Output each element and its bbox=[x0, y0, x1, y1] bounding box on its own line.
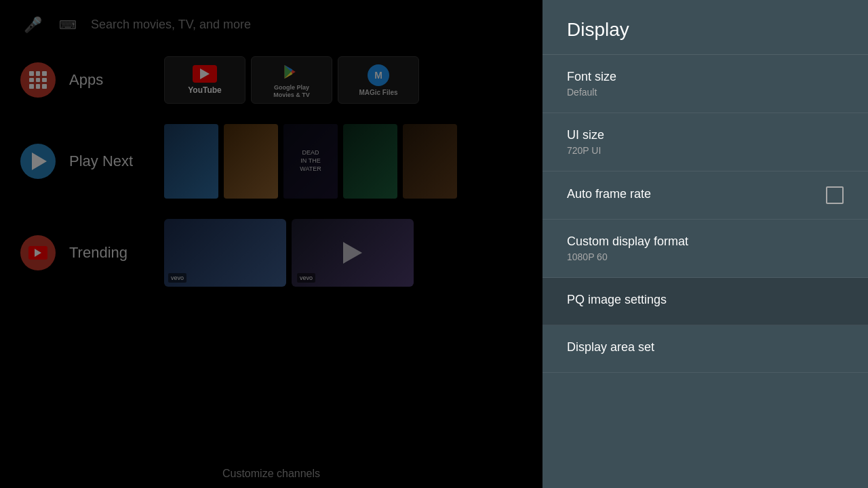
customize-label: Customize channels bbox=[222, 468, 320, 479]
trending-play-overlay bbox=[292, 219, 414, 287]
playnext-label: Play Next bbox=[69, 152, 151, 170]
googleplay-label: Google PlayMovies & TV bbox=[273, 84, 310, 99]
movie-poster-2 bbox=[224, 124, 278, 199]
movie-poster-1 bbox=[164, 124, 218, 199]
playnext-thumbnails: DEADIN THEWATER bbox=[164, 124, 522, 199]
trending-icon bbox=[20, 235, 56, 270]
ui-size-item[interactable]: UI size 720P UI bbox=[542, 113, 868, 171]
mic-icon[interactable]: 🎤 bbox=[20, 13, 45, 37]
magicfiles-app[interactable]: M MAGic Files bbox=[338, 56, 419, 104]
apps-thumbnails: YouTube Google PlayMovies & TV M MAGic F… bbox=[164, 56, 522, 104]
trending-bg-1: vevo bbox=[164, 219, 286, 287]
play-triangle-icon bbox=[32, 152, 47, 170]
grid-icon bbox=[29, 71, 47, 89]
yt-trending-icon bbox=[28, 246, 47, 260]
auto-frame-rate-item[interactable]: Auto frame rate bbox=[542, 171, 868, 220]
playnext-icon bbox=[20, 144, 56, 179]
auto-frame-rate-label: Auto frame rate bbox=[567, 187, 651, 201]
auto-frame-rate-checkbox[interactable] bbox=[826, 186, 844, 204]
movie-thumb-1[interactable] bbox=[164, 124, 218, 199]
display-area-set-item[interactable]: Display area set bbox=[542, 325, 868, 373]
trending-thumbnails: vevo vevo bbox=[164, 219, 522, 287]
googleplay-icon bbox=[281, 61, 302, 83]
youtube-play-triangle bbox=[200, 68, 210, 79]
pq-image-settings-item[interactable]: PQ image settings bbox=[542, 278, 868, 325]
custom-display-format-label: Custom display format bbox=[567, 235, 688, 249]
trending-label: Trending bbox=[69, 244, 151, 262]
vevo-badge-1: vevo bbox=[168, 273, 186, 283]
playnext-section: Play Next DEADIN THEWATER bbox=[0, 117, 542, 205]
search-bar: 🎤 ⌨ Search movies, TV, and more bbox=[0, 0, 542, 49]
ui-size-text: UI size 720P UI bbox=[567, 128, 604, 156]
trending-section: Trending vevo vevo bbox=[0, 212, 542, 293]
apps-section: Apps YouTube Google Pla bbox=[0, 49, 542, 110]
movie-poster-3: DEADIN THEWATER bbox=[283, 124, 338, 199]
keyboard-icon[interactable]: ⌨ bbox=[56, 13, 80, 37]
movie-thumb-2[interactable] bbox=[224, 124, 278, 199]
yt-trending-play bbox=[35, 249, 41, 257]
custom-display-format-item[interactable]: Custom display format 1080P 60 bbox=[542, 220, 868, 278]
googleplay-app[interactable]: Google PlayMovies & TV bbox=[251, 56, 332, 104]
panel-title: Display bbox=[567, 19, 844, 41]
apps-icon bbox=[20, 62, 56, 98]
movie-poster-4 bbox=[343, 124, 397, 199]
youtube-icon bbox=[193, 65, 217, 83]
magicfiles-icon: M bbox=[368, 64, 389, 86]
font-size-label: Font size bbox=[567, 70, 616, 84]
pq-image-settings-text: PQ image settings bbox=[567, 293, 667, 310]
customize-bar[interactable]: Customize channels bbox=[0, 460, 542, 488]
youtube-label: YouTube bbox=[188, 85, 222, 95]
movie-thumb-5[interactable] bbox=[403, 124, 457, 199]
magicfiles-label: MAGic Files bbox=[359, 89, 397, 96]
custom-display-format-text: Custom display format 1080P 60 bbox=[567, 235, 688, 262]
panel-header: Display bbox=[542, 0, 868, 55]
ui-size-label: UI size bbox=[567, 128, 604, 142]
pq-image-settings-label: PQ image settings bbox=[567, 293, 667, 307]
movie-overlay: DEADIN THEWATER bbox=[283, 124, 338, 199]
font-size-item[interactable]: Font size Default bbox=[542, 55, 868, 113]
settings-panel: Display Font size Default UI size 720P U… bbox=[542, 0, 868, 488]
movie-poster-5 bbox=[403, 124, 457, 199]
trending-play-icon bbox=[343, 242, 362, 264]
movie-thumb-3[interactable]: DEADIN THEWATER bbox=[283, 124, 338, 199]
display-area-set-label: Display area set bbox=[567, 340, 654, 354]
custom-display-format-value: 1080P 60 bbox=[567, 251, 688, 262]
youtube-app[interactable]: YouTube bbox=[164, 56, 245, 104]
trending-thumb-2[interactable]: vevo bbox=[292, 219, 414, 287]
apps-label: Apps bbox=[69, 71, 151, 89]
font-size-value: Default bbox=[567, 87, 616, 98]
movie-thumb-4[interactable] bbox=[343, 124, 397, 199]
trending-thumb-1[interactable]: vevo bbox=[164, 219, 286, 287]
main-content: 🎤 ⌨ Search movies, TV, and more Apps You… bbox=[0, 0, 542, 488]
search-input[interactable]: Search movies, TV, and more bbox=[91, 12, 522, 37]
font-size-text: Font size Default bbox=[567, 70, 616, 98]
display-area-set-text: Display area set bbox=[567, 340, 654, 357]
ui-size-value: 720P UI bbox=[567, 145, 604, 156]
auto-frame-rate-text: Auto frame rate bbox=[567, 187, 651, 204]
